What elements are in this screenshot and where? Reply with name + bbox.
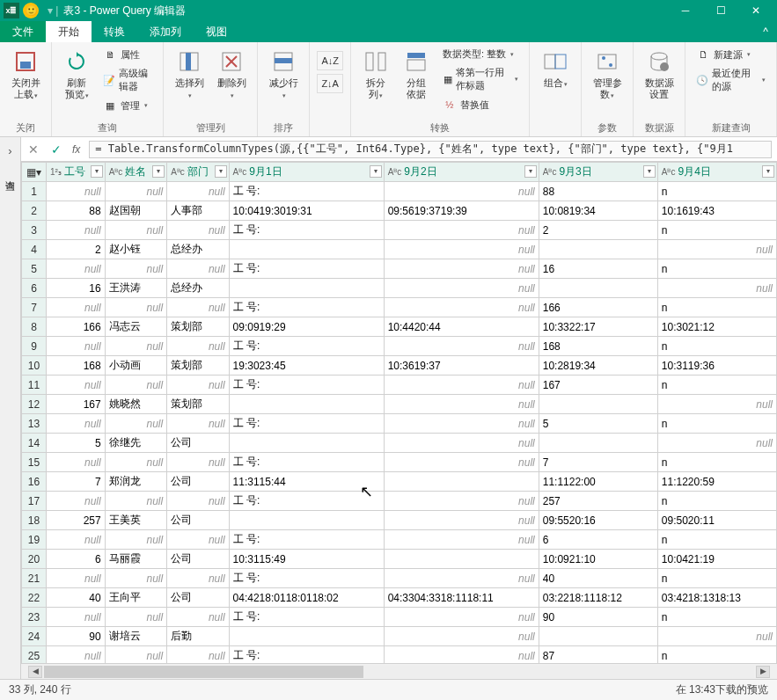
- cell[interactable]: 16: [47, 279, 106, 298]
- cell[interactable]: [229, 434, 384, 453]
- cell[interactable]: null: [47, 259, 106, 279]
- cell[interactable]: null: [384, 298, 539, 317]
- cell[interactable]: null: [657, 279, 776, 298]
- refresh-preview-button[interactable]: 刷新预览▾: [59, 46, 94, 103]
- row-number[interactable]: 8: [22, 317, 47, 337]
- cell[interactable]: null: [105, 298, 166, 317]
- table-row[interactable]: 2490谢培云后勤nullnull: [22, 627, 777, 646]
- column-header[interactable]: Aᴮc部门▾: [167, 163, 229, 182]
- cell[interactable]: 工 号:: [229, 221, 384, 240]
- group-by-button[interactable]: 分组依据: [399, 46, 434, 102]
- table-row[interactable]: 616王洪涛总经办nullnull: [22, 279, 777, 298]
- cell[interactable]: 10:3119:36: [657, 356, 776, 376]
- cell[interactable]: [229, 240, 384, 259]
- cell[interactable]: 7: [47, 472, 106, 492]
- cell[interactable]: null: [657, 240, 776, 259]
- row-number[interactable]: 16: [22, 472, 47, 492]
- cell[interactable]: 策划部: [167, 317, 229, 337]
- table-row[interactable]: 8166冯志云策划部09:0919:2910:4420:4410:3322:17…: [22, 317, 777, 337]
- cell[interactable]: null: [47, 453, 106, 472]
- cell[interactable]: null: [167, 646, 229, 664]
- column-header[interactable]: Aᴮc9月1日▾: [229, 163, 384, 182]
- row-number[interactable]: 23: [22, 608, 47, 627]
- table-row[interactable]: 15nullnullnull工 号:null7n: [22, 453, 777, 472]
- cell[interactable]: [229, 627, 384, 646]
- cell[interactable]: 公司: [167, 434, 229, 453]
- cell[interactable]: null: [105, 569, 166, 588]
- cell[interactable]: 90: [539, 608, 657, 627]
- table-row[interactable]: 167郑润龙公司11:3115:4411:1122:0011:1220:59: [22, 472, 777, 492]
- cell[interactable]: 6: [47, 550, 106, 569]
- cell[interactable]: 167: [539, 376, 657, 395]
- row-number[interactable]: 25: [22, 646, 47, 664]
- column-dropdown-button[interactable]: ▾: [91, 165, 103, 178]
- cell[interactable]: null: [167, 414, 229, 434]
- cell[interactable]: 马丽霞: [105, 550, 166, 569]
- cell[interactable]: [539, 240, 657, 259]
- cell[interactable]: 总经办: [167, 240, 229, 259]
- table-row[interactable]: 42赵小钰总经办nullnull: [22, 240, 777, 259]
- row-number[interactable]: 13: [22, 414, 47, 434]
- cell[interactable]: n: [657, 414, 776, 434]
- cell[interactable]: 87: [539, 646, 657, 664]
- cell[interactable]: 王洪涛: [105, 279, 166, 298]
- cell[interactable]: [229, 511, 384, 530]
- cell[interactable]: 09:5619:3719:39: [384, 201, 539, 221]
- cell[interactable]: 6: [539, 530, 657, 550]
- cell[interactable]: [384, 472, 539, 492]
- cell[interactable]: 10:3322:17: [539, 317, 657, 337]
- table-row[interactable]: 18257王美英公司null09:5520:1609:5020:11: [22, 511, 777, 530]
- cell[interactable]: [229, 395, 384, 414]
- cell[interactable]: null: [167, 453, 229, 472]
- file-tab[interactable]: 文件: [0, 21, 46, 42]
- cell[interactable]: 工 号:: [229, 414, 384, 434]
- cell[interactable]: 公司: [167, 588, 229, 608]
- cell[interactable]: null: [384, 259, 539, 279]
- row-number[interactable]: 2: [22, 201, 47, 221]
- cell[interactable]: null: [384, 492, 539, 511]
- row-number[interactable]: 22: [22, 588, 47, 608]
- cell[interactable]: [539, 279, 657, 298]
- cell[interactable]: null: [167, 259, 229, 279]
- cell[interactable]: null: [384, 646, 539, 664]
- cell[interactable]: null: [384, 221, 539, 240]
- cell[interactable]: 04:3304:3318:1118:11: [384, 588, 539, 608]
- cell[interactable]: 赵国朝: [105, 201, 166, 221]
- table-row[interactable]: 21nullnullnull工 号:null40n: [22, 569, 777, 588]
- cell[interactable]: null: [384, 240, 539, 259]
- cell[interactable]: 257: [47, 511, 106, 530]
- table-row[interactable]: 25nullnullnull工 号:null87n: [22, 646, 777, 664]
- cell[interactable]: 04:4218:0118:0118:02: [229, 588, 384, 608]
- cell[interactable]: [384, 550, 539, 569]
- cell[interactable]: null: [47, 530, 106, 550]
- cell[interactable]: null: [167, 608, 229, 627]
- cell[interactable]: null: [384, 337, 539, 356]
- cell[interactable]: 工 号:: [229, 259, 384, 279]
- replace-values-button[interactable]: ½替换值: [439, 96, 522, 113]
- sort-asc-button[interactable]: A↓Z: [317, 51, 343, 70]
- cell[interactable]: null: [384, 530, 539, 550]
- column-dropdown-button[interactable]: ▾: [152, 165, 165, 178]
- cell[interactable]: null: [47, 569, 106, 588]
- table-row[interactable]: 17nullnullnull工 号:null257n: [22, 492, 777, 511]
- cell[interactable]: 166: [47, 317, 106, 337]
- cell[interactable]: null: [167, 298, 229, 317]
- row-number[interactable]: 12: [22, 395, 47, 414]
- cell[interactable]: null: [167, 221, 229, 240]
- data-grid[interactable]: ▦▾1²₃工号▾Aᴮc姓名▾Aᴮc部门▾Aᴮc9月1日▾Aᴮc9月2日▾Aᴮc9…: [21, 162, 777, 663]
- row-number[interactable]: 6: [22, 279, 47, 298]
- row-number[interactable]: 3: [22, 221, 47, 240]
- table-row[interactable]: 10168小动画策划部19:3023:4510:3619:3710:2819:3…: [22, 356, 777, 376]
- sidebar-expand-button[interactable]: ›: [8, 144, 11, 157]
- cell[interactable]: 168: [47, 356, 106, 376]
- cell[interactable]: null: [47, 337, 106, 356]
- cell[interactable]: null: [167, 530, 229, 550]
- table-row[interactable]: 12167姚晓然策划部nullnull: [22, 395, 777, 414]
- cell[interactable]: 冯志云: [105, 317, 166, 337]
- cell[interactable]: 5: [47, 434, 106, 453]
- scroll-track[interactable]: [44, 666, 754, 678]
- cell[interactable]: 策划部: [167, 395, 229, 414]
- cell[interactable]: null: [105, 376, 166, 395]
- cell[interactable]: null: [384, 414, 539, 434]
- cell[interactable]: 10:3619:37: [384, 356, 539, 376]
